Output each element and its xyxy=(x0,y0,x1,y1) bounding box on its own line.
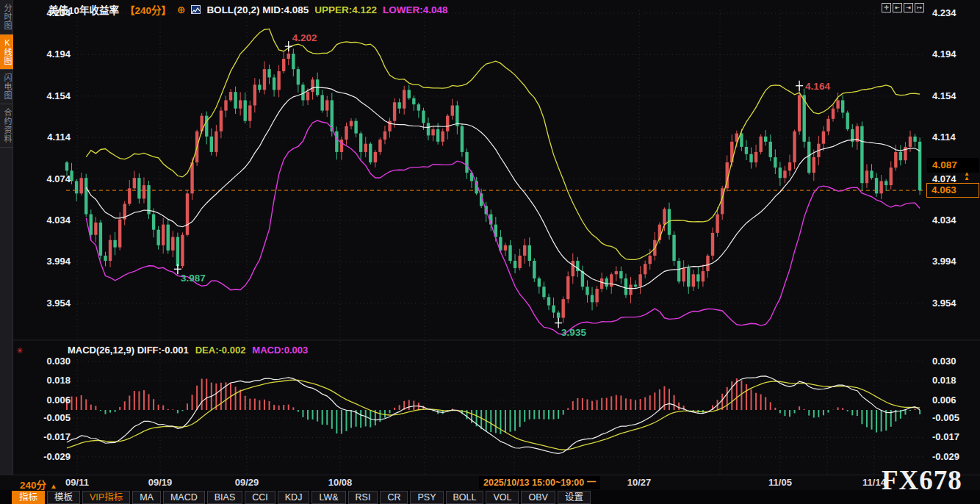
toolbar-button-设置[interactable]: 设置 xyxy=(558,491,591,504)
boll-lower-legend: LOWER:4.048 xyxy=(383,4,448,15)
toolbar-button-MACD[interactable]: MACD xyxy=(163,491,205,504)
price-tick-right: 3.994 xyxy=(932,256,956,267)
sidebar-tab-分时图[interactable]: 分时图 xyxy=(0,0,13,35)
indicator-toolbar: 指标模板VIP指标MAMACDBIASCCIKDJLW&RSICRPSYBOLL… xyxy=(0,490,980,504)
toolbar-button-模板[interactable]: 模板 xyxy=(47,491,80,504)
indicator-settings-icon[interactable]: ✳ xyxy=(16,346,23,356)
toolbar-button-MA[interactable]: MA xyxy=(132,491,161,504)
macd-main-legend: MACD(26,12,9) DIFF:-0.001 xyxy=(68,345,189,356)
macd-tick-left: -0.029 xyxy=(22,451,71,462)
toolbar-button-KDJ[interactable]: KDJ xyxy=(278,491,310,504)
price-tick-left: 3.954 xyxy=(22,298,71,309)
macd-tick-right: -0.005 xyxy=(932,412,959,423)
price-marker-arrows-icon: ▲▲ xyxy=(964,172,970,181)
price-tick-right: 4.034 xyxy=(932,215,956,226)
x-axis-date-09/11: 09/11 xyxy=(57,477,98,488)
instrument-title: 美债10年收益率 xyxy=(48,2,119,17)
macd-tick-right: 0.030 xyxy=(932,356,956,367)
macd-tick-right: 0.018 xyxy=(932,375,956,386)
svg-text:4.202: 4.202 xyxy=(292,32,317,43)
macd-legend: MACD(26,12,9) DIFF:-0.001 DEA:-0.002 MAC… xyxy=(68,345,308,356)
macd-tick-right: -0.017 xyxy=(932,431,959,442)
sidebar-tab-闪电图[interactable]: 闪电图 xyxy=(0,70,13,104)
toolbar-button-CCI[interactable]: CCI xyxy=(245,491,275,504)
x-axis-date-09/19: 09/19 xyxy=(140,477,181,488)
trading-app-window: 3.9874.2023.9354.164 分时图K线图闪电图合约资料 美债10年… xyxy=(0,0,980,504)
svg-text:3.935: 3.935 xyxy=(561,327,586,338)
period-label: 240分 xyxy=(20,480,46,491)
price-tick-right: 3.954 xyxy=(932,298,956,309)
toolbar-button-LW&[interactable]: LW& xyxy=(311,491,345,504)
sidebar: 分时图K线图闪电图合约资料 xyxy=(0,0,13,475)
pin-left-axis-icon[interactable]: ⇤ xyxy=(893,3,902,12)
toolbar-button-PSY[interactable]: PSY xyxy=(410,491,443,504)
pan-icon[interactable]: ✛ xyxy=(882,3,891,12)
macd-tick-left: 0.030 xyxy=(22,356,71,367)
mini-line-chart-icon xyxy=(191,5,201,14)
macd-tick-left: -0.017 xyxy=(22,431,71,442)
macd-macd-legend: MACD:0.003 xyxy=(252,345,308,356)
toolbar-button-BIAS[interactable]: BIAS xyxy=(207,491,243,504)
price-tick-left: 4.114 xyxy=(22,132,71,143)
macd-tick-left: -0.005 xyxy=(22,412,71,423)
crosshair-date-tooltip: 2025/10/13 15:00~19:00 一 xyxy=(479,476,600,489)
pin-right-axis-icon[interactable]: ⇥ xyxy=(904,3,913,12)
chart-canvas[interactable]: 3.9874.2023.9354.164 xyxy=(0,0,980,504)
fx678-watermark: FX678 xyxy=(882,464,962,496)
macd-dea-legend: DEA:-0.002 xyxy=(195,345,246,356)
toolbar-button-VIP指标[interactable]: VIP指标 xyxy=(82,491,130,504)
boll-upper-legend: UPPER:4.122 xyxy=(314,4,377,15)
sidebar-tab-合约资料[interactable]: 合约资料 xyxy=(0,104,13,148)
toolbar-button-OBV[interactable]: OBV xyxy=(521,491,555,504)
svg-text:3.987: 3.987 xyxy=(181,273,206,284)
toolbar-button-CR[interactable]: CR xyxy=(380,491,408,504)
price-tick-left: 4.034 xyxy=(22,215,71,226)
jump-to-latest-icon[interactable]: ↦ xyxy=(915,3,924,12)
price-tick-right: 4.194 xyxy=(932,48,956,60)
period-tag[interactable]: 【240分】 xyxy=(125,2,171,17)
price-tick-left: 4.074 xyxy=(22,173,71,184)
x-axis-date-09/29: 09/29 xyxy=(226,477,267,488)
crosshair-icon[interactable]: ⊕ xyxy=(177,4,185,15)
toolbar-button-VOL[interactable]: VOL xyxy=(486,491,519,504)
chart-control-icons: ✛⇤⇥↦ xyxy=(882,3,924,12)
x-axis-row: 240分▲ 2025/10/13 15:00~19:00 一 09/1109/1… xyxy=(0,475,980,490)
x-axis-date-10/08: 10/08 xyxy=(320,477,361,488)
period-selector[interactable]: 240分▲ xyxy=(20,477,57,492)
x-axis-date-11/05: 11/05 xyxy=(760,477,801,488)
boll-legend: BOLL(20,2) MID:4.085 xyxy=(206,4,309,15)
price-tick-right: 4.154 xyxy=(932,90,956,101)
price-tick-right: 4.114 xyxy=(932,132,956,143)
reference-price-badge: 4.087 xyxy=(927,158,979,173)
last-price-badge: 4.063 xyxy=(926,183,979,198)
price-tick-right: 4.234 xyxy=(932,7,956,18)
price-tick-left: 3.994 xyxy=(22,256,71,267)
macd-tick-right: -0.029 xyxy=(932,451,959,462)
price-tick-left: 4.154 xyxy=(22,90,71,101)
macd-tick-right: 0.006 xyxy=(932,395,956,406)
sidebar-tab-K线图[interactable]: K线图 xyxy=(0,35,13,70)
toolbar-button-BOLL[interactable]: BOLL xyxy=(446,491,484,504)
chart-title-bar: 美债10年收益率 【240分】 ⊕ BOLL(20,2) MID:4.085 U… xyxy=(48,2,448,17)
toolbar-button-指标[interactable]: 指标 xyxy=(12,491,45,504)
macd-tick-left: 0.006 xyxy=(22,395,71,406)
x-axis-date-10/27: 10/27 xyxy=(619,477,660,488)
macd-tick-left: 0.018 xyxy=(22,375,71,386)
price-tick-left: 4.194 xyxy=(22,48,71,60)
svg-text:4.164: 4.164 xyxy=(805,81,830,92)
toolbar-button-RSI[interactable]: RSI xyxy=(348,491,378,504)
